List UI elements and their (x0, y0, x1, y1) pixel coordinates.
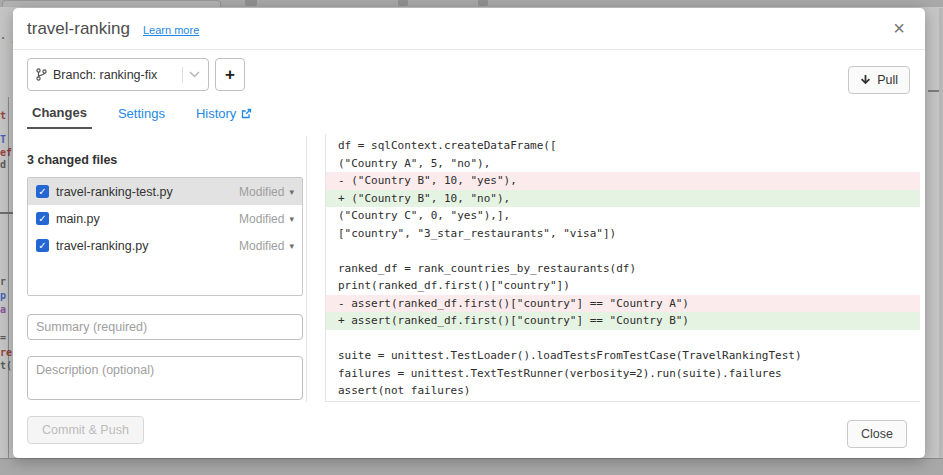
external-link-icon (241, 108, 252, 119)
diff-line: + assert(ranked_df.first()["country"] ==… (326, 312, 920, 330)
file-status-label: Modified (239, 212, 284, 226)
chevron-down-icon (189, 71, 200, 78)
branch-selector[interactable]: Branch: ranking-fix (27, 58, 209, 91)
diff-line: print(ranked_df.first()["country"]) (326, 277, 920, 295)
download-arrow-icon (860, 74, 871, 86)
background-editor-fragment: t (0, 110, 6, 121)
diff-line: failures = unittest.TextTestRunner(verbo… (326, 365, 920, 383)
file-name: travel-ranking.py (56, 239, 148, 253)
diff-line: ("Country A", 5, "no"), (326, 155, 920, 173)
close-button[interactable]: Close (847, 420, 907, 448)
summary-input[interactable] (27, 314, 303, 340)
diff-view[interactable]: df = sqlContext.createDataFrame([("Count… (325, 134, 920, 402)
background-editor-fragment: d (0, 159, 6, 170)
file-checkbox[interactable]: ✓ (36, 212, 49, 225)
tab-bar: Changes Settings History (27, 105, 257, 129)
diff-line: assert(not failures) (326, 382, 920, 400)
column-divider (306, 136, 307, 402)
background-editor-fragment: = (0, 332, 6, 343)
changed-files-count: 3 changed files (27, 153, 117, 167)
file-status-dropdown[interactable]: Modified▾ (239, 239, 294, 253)
git-dialog: travel-ranking Learn more × Branch: rank… (13, 8, 925, 458)
diff-line: ["country", "3_star_restaurants", "visa"… (326, 225, 920, 243)
learn-more-link[interactable]: Learn more (143, 24, 199, 36)
file-status-label: Modified (239, 185, 284, 199)
diff-line: suite = unittest.TestLoader().loadTestsF… (326, 347, 920, 365)
file-status-dropdown[interactable]: Modified▾ (239, 185, 294, 199)
background-editor-fragment: r (0, 276, 6, 287)
background-editor-fragment: t( (0, 360, 12, 371)
diff-line (326, 242, 920, 260)
description-input[interactable] (27, 356, 303, 400)
background-editor-fragment: a (0, 304, 6, 315)
commit-push-button[interactable]: Commit & Push (27, 416, 144, 444)
background-editor-tab (2, 0, 221, 7)
pull-label: Pull (877, 73, 898, 87)
tab-history[interactable]: History (191, 105, 257, 129)
background-editor-fragment: T (0, 134, 6, 145)
file-list: ✓travel-ranking-test.pyModified▾✓main.py… (27, 177, 303, 296)
file-row[interactable]: ✓travel-ranking-test.pyModified▾ (28, 178, 302, 205)
git-branch-icon (36, 68, 47, 81)
tab-settings[interactable]: Settings (113, 105, 170, 129)
background-toolbar-icon (478, 0, 488, 6)
dialog-header: travel-ranking Learn more (13, 8, 925, 50)
file-name: travel-ranking-test.py (56, 185, 173, 199)
caret-down-icon: ▾ (289, 187, 294, 197)
file-status-dropdown[interactable]: Modified▾ (239, 212, 294, 226)
dialog-title: travel-ranking (27, 19, 130, 39)
background-toolbar-icon (245, 0, 257, 6)
background-scrollbar (939, 8, 943, 458)
close-icon[interactable]: × (893, 18, 905, 38)
file-row[interactable]: ✓main.pyModified▾ (28, 205, 302, 232)
diff-line: - ("Country B", 10, "yes"), (326, 172, 920, 190)
diff-line: ("Country C", 0, "yes"),], (326, 207, 920, 225)
diff-line (326, 330, 920, 348)
divider (182, 67, 183, 83)
background-editor-fragment: ef (0, 147, 12, 158)
background-editor-fragment: p (0, 290, 6, 301)
new-branch-button[interactable]: + (215, 58, 245, 91)
background-editor-fragment: re (0, 347, 12, 358)
file-status-label: Modified (239, 239, 284, 253)
screen: · /tTefdrpa=ret( travel-ranking Learn mo… (0, 0, 943, 475)
diff-line: + ("Country B", 10, "no"), (326, 190, 920, 208)
tab-changes[interactable]: Changes (27, 105, 92, 129)
branch-label: Branch: ranking-fix (53, 68, 157, 82)
diff-line: ranked_df = rank_countries_by_restaurant… (326, 260, 920, 278)
file-row[interactable]: ✓travel-ranking.pyModified▾ (28, 232, 302, 259)
background-statusbar (0, 458, 943, 475)
caret-down-icon: ▾ (289, 241, 294, 251)
diff-line: - assert(ranked_df.first()["country"] ==… (326, 295, 920, 313)
file-name: main.py (56, 212, 100, 226)
file-checkbox[interactable]: ✓ (36, 239, 49, 252)
file-checkbox[interactable]: ✓ (36, 185, 49, 198)
caret-down-icon: ▾ (289, 214, 294, 224)
pull-button[interactable]: Pull (848, 66, 910, 94)
background-editor-divider (0, 212, 13, 214)
diff-line: df = sqlContext.createDataFrame([ (326, 137, 920, 155)
background-toolbar-icon (398, 0, 408, 6)
